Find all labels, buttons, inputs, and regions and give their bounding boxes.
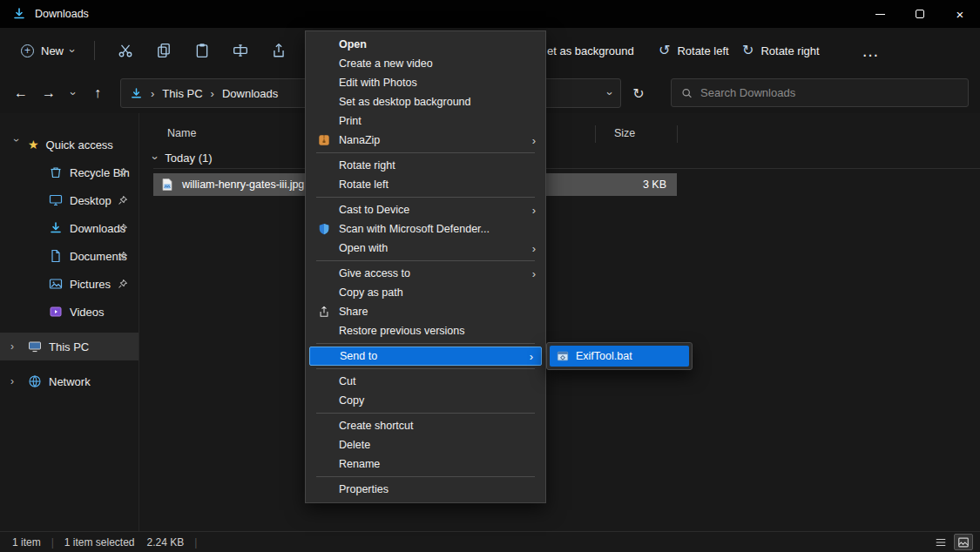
cut-button[interactable] [106,34,145,67]
paste-button[interactable] [183,34,221,67]
menu-item-label: Copy [339,394,364,407]
rotate-left-button[interactable]: ↺ Rotate left [650,35,738,66]
search-icon [681,87,693,99]
context-menu-item-rotate-right[interactable]: Rotate right [308,156,544,175]
chevron-down-icon: › [11,138,22,151]
sidebar-item-label: Videos [70,306,105,319]
context-menu-item-restore-previous-versions[interactable]: Restore previous versions [308,321,544,340]
chevron-down-icon: › [150,156,161,159]
file-list-panel: Name Size › Today (1) william-henry-gate… [139,113,980,531]
sidebar-item-label: Pictures [70,278,111,291]
download-icon [130,87,143,100]
new-button[interactable]: + New › [12,37,83,64]
context-menu-item-delete[interactable]: Delete [308,435,544,454]
sidebar-item-this-pc[interactable]: › This PC [0,333,139,360]
menu-item-label: Edit with Photos [339,77,417,89]
context-menu-item-print[interactable]: Print [308,111,544,131]
sidebar-item-quick-access[interactable]: › ★ Quick access [0,131,139,158]
forward-button[interactable]: → [35,79,63,107]
maximize-button[interactable] [900,0,940,28]
context-menu-item-scan-with-microsoft-defender[interactable]: Scan with Microsoft Defender... [308,219,544,239]
rotate-right-button[interactable]: ↻ Rotate right [733,35,828,66]
context-menu-item-rename[interactable]: Rename [308,454,544,474]
sidebar-item-recycle-bin[interactable]: Recycle Bin [0,158,139,186]
submenu-item-label: ExifTool.bat [576,350,632,362]
window-title-group: Downloads [0,7,89,21]
context-menu-item-copy[interactable]: Copy [308,391,544,410]
minimize-button[interactable] [860,0,900,28]
file-size: 3 KB [643,178,666,191]
recent-locations-button[interactable]: › [63,79,84,107]
refresh-button[interactable]: ↻ [625,79,652,107]
menu-separator [316,260,535,261]
context-menu-item-share[interactable]: Share [308,302,544,321]
copy-button[interactable] [145,34,183,67]
sidebar-item-downloads[interactable]: Downloads [0,214,139,242]
back-button[interactable]: ← [7,79,35,107]
selection-size: 2.24 KB [147,536,185,549]
pin-icon [118,223,128,233]
menu-separator [316,476,535,477]
context-menu-item-nanazip[interactable]: NanaZip › [308,131,544,150]
column-separator[interactable] [595,125,596,143]
column-header-name[interactable]: Name [167,127,196,139]
context-menu-item-open-with[interactable]: Open with › [308,239,544,258]
close-button[interactable]: × [940,0,980,28]
column-separator[interactable] [677,125,678,143]
group-header-today[interactable]: › Today (1) [153,151,213,165]
sidebar-item-network[interactable]: › Network [0,367,139,395]
context-menu-item-edit-with-photos[interactable]: Edit with Photos [308,73,544,92]
details-view-button[interactable] [931,534,950,550]
search-box[interactable] [671,78,969,107]
status-bar: 1 item | 1 item selected 2.24 KB | [0,531,980,552]
sidebar-item-documents[interactable]: Documents [0,242,139,270]
context-menu-item-create-shortcut[interactable]: Create shortcut [308,416,544,435]
menu-item-label: Rotate right [339,159,395,172]
sidebar-item-desktop[interactable]: Desktop [0,186,139,214]
address-dropdown-icon[interactable]: › [604,91,615,95]
thumbnail-view-button[interactable] [954,534,973,550]
set-as-background-label[interactable]: et as background [547,44,634,57]
menu-item-label: Rotate left [339,178,389,191]
share-button[interactable] [260,34,298,67]
menu-item-label: Send to [340,350,377,362]
view-toggles [931,534,973,550]
context-menu-item-open[interactable]: Open [308,35,544,54]
pin-icon [118,251,128,261]
search-input[interactable] [700,86,958,99]
breadcrumb-this-pc[interactable]: This PC [162,87,202,100]
sidebar-item-label: Quick access [46,138,113,151]
menu-item-label: Cut [339,375,355,387]
sidebar-item-label: Desktop [70,194,112,207]
up-button[interactable]: ↑ [84,79,112,107]
rename-button[interactable] [221,34,260,67]
chevron-right-icon: › [532,134,536,147]
breadcrumb-downloads[interactable]: Downloads [222,87,278,100]
context-menu-item-properties[interactable]: Properties [308,480,544,499]
column-header-size[interactable]: Size [614,127,635,139]
toolbar-divider [94,41,95,60]
context-menu-item-send-to[interactable]: Send to › [309,347,542,366]
context-menu-item-copy-as-path[interactable]: Copy as path [308,283,544,302]
image-file-icon [160,178,174,192]
context-menu-item-rotate-left[interactable]: Rotate left [308,175,544,194]
document-icon [49,249,63,263]
sidebar-item-videos[interactable]: Videos [0,298,139,326]
chevron-right-icon: › [211,88,214,99]
network-icon [28,374,42,388]
defender-shield-icon [318,223,330,235]
chevron-down-icon: › [67,49,78,52]
refresh-icon: ↻ [632,85,644,102]
context-menu-item-give-access-to[interactable]: Give access to › [308,264,544,283]
recycle-bin-icon [49,165,63,179]
see-more-button[interactable]: … [854,35,887,66]
context-menu-item-cast-to-device[interactable]: Cast to Device › [308,200,544,219]
sidebar-item-pictures[interactable]: Pictures [0,270,139,298]
pictures-icon [49,277,63,291]
share-icon [271,43,287,58]
context-menu-item-set-as-desktop-background[interactable]: Set as desktop background [308,92,544,111]
more-icon: … [862,41,879,61]
context-menu-item-cut[interactable]: Cut [308,372,544,391]
context-menu-item-create-a-new-video[interactable]: Create a new video [308,54,544,73]
submenu-item-exiftool-bat[interactable]: ExifTool.bat [550,346,689,367]
